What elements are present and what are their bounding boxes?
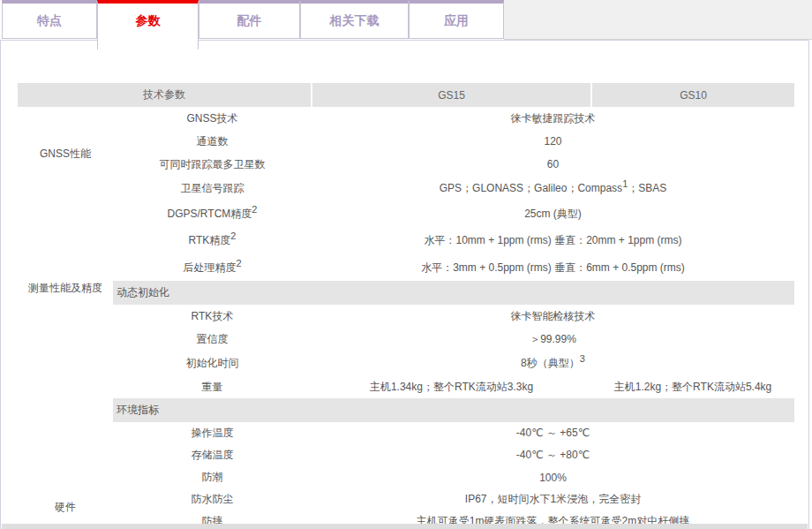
value-dgps-rtcm: 25cm (典型) [312, 200, 794, 227]
table-row: 动态初始化 [18, 281, 794, 305]
param-name-gnss-tech: GNSS技术 [113, 107, 312, 130]
tab-bar-filler [504, 0, 812, 40]
value-storage-temp: -40℃ ～ +80℃ [312, 444, 794, 466]
param-name-weight: 重量 [113, 375, 312, 398]
table-row: 测量性能及精度 DGPS/RTCM精度2 25cm (典型) [18, 200, 794, 227]
tab-downloads[interactable]: 相关下载 [300, 0, 409, 39]
table-row: 置信度 ＞99.99% [18, 328, 794, 351]
table-row: 重量 主机1.34kg；整个RTK流动站3.3kg 主机1.2kg；整个RTK流… [18, 375, 794, 398]
param-name-confidence: 置信度 [113, 328, 312, 351]
table-row: 初始化时间 8秒（典型）3 [18, 351, 794, 375]
table-row: 硬件 环境指标 [18, 398, 794, 422]
value-postprocess-precision: 水平：3mm + 0.5ppm (rms) 垂直：6mm + 0.5ppm (r… [312, 254, 794, 281]
col-header-gs10: GS10 [591, 83, 794, 107]
param-text: RTK精度 [189, 234, 231, 246]
table-row: 通道数 120 [18, 130, 794, 153]
col-header-tech-params: 技术参数 [18, 83, 312, 107]
product-spec-page: 特点 参数 配件 相关下载 应用 技术参数 GS15 GS10 [0, 0, 812, 529]
tab-label: 相关下载 [330, 13, 380, 29]
tab-label: 应用 [444, 13, 469, 29]
bottom-strip [2, 524, 808, 529]
group-label-gnss-performance: GNSS性能 [18, 107, 113, 200]
value-rtk-tech: 徕卡智能检核技术 [312, 305, 794, 328]
param-name-postprocess-precision: 后处理精度2 [113, 254, 312, 281]
value-operating-temp: -40℃ ～ +65℃ [312, 422, 794, 444]
footnote-marker: 2 [236, 258, 241, 268]
param-name-channels: 通道数 [113, 130, 312, 153]
value-text: GPS；GLONASS；Galileo；Compass [440, 182, 622, 194]
param-text: 后处理精度 [183, 261, 236, 274]
table-row: 可同时跟踪最多卫星数 60 [18, 153, 794, 176]
param-name-max-satellites: 可同时跟踪最多卫星数 [113, 153, 312, 176]
param-name-waterproof-dustproof: 防水防尘 [113, 488, 312, 510]
param-name-operating-temp: 操作温度 [113, 422, 312, 444]
value-humidity: 100% [312, 466, 794, 488]
group-label-measurement-precision: 测量性能及精度 [18, 200, 113, 398]
value-rtk-precision: 水平：10mm + 1ppm (rms) 垂直：20mm + 1ppm (rms… [312, 227, 794, 254]
group-label-hardware: 硬件 [18, 398, 113, 529]
tab-label: 参数 [136, 13, 161, 29]
param-text: DGPS/RTCM精度 [168, 208, 252, 220]
param-name-rtk-precision: RTK精度2 [113, 227, 312, 254]
footnote-marker: 2 [230, 230, 236, 241]
table-row: 操作温度 -40℃ ～ +65℃ [18, 422, 794, 444]
table-row: 后处理精度2 水平：3mm + 0.5ppm (rms) 垂直：6mm + 0.… [18, 254, 794, 281]
table-row: 防水防尘 IP67，短时间水下1米浸泡，完全密封 [18, 488, 794, 510]
tab-label: 配件 [237, 13, 262, 29]
param-name-signal-tracking: 卫星信号跟踪 [113, 176, 312, 200]
param-name-humidity: 防潮 [113, 466, 312, 488]
footnote-marker: 3 [580, 353, 585, 364]
value-text: ；SBAS [628, 182, 666, 194]
spec-table: 技术参数 GS15 GS10 GNSS性能 GNSS技术 徕卡敏捷跟踪技术 通道… [18, 83, 794, 529]
table-row: RTK精度2 水平：10mm + 1ppm (rms) 垂直：20mm + 1p… [18, 227, 794, 254]
table-row: RTK技术 徕卡智能检核技术 [18, 305, 794, 328]
table-row: 存储温度 -40℃ ～ +80℃ [18, 444, 794, 466]
footnote-marker: 2 [252, 204, 257, 215]
param-name-dgps-rtcm: DGPS/RTCM精度2 [113, 200, 312, 227]
value-waterproof-dustproof: IP67，短时间水下1米浸泡，完全密封 [312, 488, 794, 510]
param-name-init-time: 初始化时间 [113, 351, 312, 375]
col-header-gs15: GS15 [312, 83, 591, 107]
param-name-storage-temp: 存储温度 [113, 444, 312, 466]
content-panel: 技术参数 GS15 GS10 GNSS性能 GNSS技术 徕卡敏捷跟踪技术 通道… [0, 40, 809, 529]
value-weight-gs15: 主机1.34kg；整个RTK流动站3.3kg [312, 375, 591, 398]
table-row: 防潮 100% [18, 466, 794, 488]
value-confidence: ＞99.99% [312, 328, 794, 351]
section-band-environment: 环境指标 [113, 398, 794, 422]
tab-bar: 特点 参数 配件 相关下载 应用 [0, 0, 812, 40]
value-weight-gs10: 主机1.2kg；整个RTK流动站5.4kg [591, 375, 794, 398]
value-gnss-tech: 徕卡敏捷跟踪技术 [312, 107, 794, 130]
param-name-rtk-tech: RTK技术 [113, 305, 312, 328]
tab-parameters[interactable]: 参数 [97, 0, 199, 49]
value-max-satellites: 60 [312, 153, 794, 176]
table-row: GNSS性能 GNSS技术 徕卡敏捷跟踪技术 [18, 107, 794, 130]
value-init-time: 8秒（典型）3 [312, 351, 794, 375]
tab-features[interactable]: 特点 [2, 0, 97, 39]
tab-accessories[interactable]: 配件 [199, 0, 300, 39]
value-signal-tracking: GPS；GLONASS；Galileo；Compass1；SBAS [312, 176, 794, 200]
value-text: 8秒（典型） [521, 357, 580, 369]
table-row: 卫星信号跟踪 GPS；GLONASS；Galileo；Compass1；SBAS [18, 176, 794, 200]
tab-applications[interactable]: 应用 [409, 0, 504, 39]
section-band-dynamic-init: 动态初始化 [113, 281, 794, 305]
value-channels: 120 [312, 130, 794, 153]
tab-label: 特点 [37, 13, 62, 29]
